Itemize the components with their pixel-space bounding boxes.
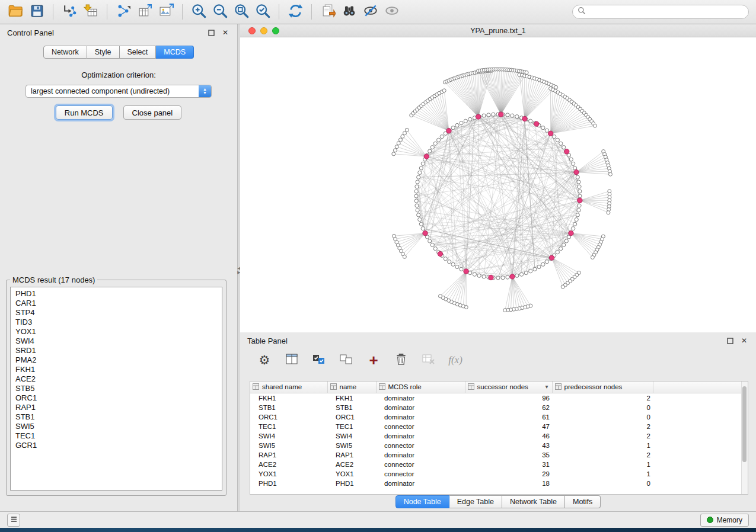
table-panel: Table Panel ✕ ⚙ + f(x [240, 332, 756, 511]
mcds-result-item[interactable]: RAP1 [11, 403, 222, 412]
mcds-result-item[interactable]: SWI5 [11, 422, 222, 431]
float-table-panel-icon[interactable] [725, 336, 735, 345]
mcds-result-item[interactable]: STP4 [11, 308, 222, 318]
mcds-result-item[interactable]: SRD1 [11, 346, 222, 355]
search-network-button[interactable] [339, 2, 360, 21]
export-image-button[interactable] [155, 2, 177, 21]
table-row[interactable]: FKH1FKH1dominator962 [250, 393, 744, 403]
tab-network[interactable]: Network [43, 46, 87, 59]
column-header-predecessor-nodes[interactable]: predecessor nodes [552, 382, 653, 393]
folder-icon [8, 3, 23, 21]
table-row[interactable]: PHD1PHD1dominator180 [250, 479, 744, 488]
float-panel-icon[interactable] [206, 28, 216, 37]
export-network-icon [116, 4, 131, 21]
mcds-result-item[interactable]: TEC1 [11, 431, 222, 441]
column-header-mcds-role[interactable]: MCDS role [376, 382, 465, 393]
toolbar-separator [279, 4, 279, 20]
column-header-name[interactable]: name [327, 382, 376, 393]
attribute-icon [379, 383, 385, 391]
table-panel-titlebar: Table Panel ✕ [240, 332, 756, 349]
mcds-result-item[interactable]: ORC1 [11, 393, 222, 403]
show-elements-button[interactable] [381, 2, 403, 21]
panel-menu-button[interactable] [7, 514, 20, 527]
apply-layout-button[interactable] [285, 2, 306, 21]
mcds-result-item[interactable]: STB1 [11, 412, 222, 422]
mcds-result-item[interactable]: TID3 [11, 318, 222, 327]
mcds-result-item[interactable]: PHD1 [11, 289, 222, 299]
table-row[interactable]: ORC1ORC1dominator610 [250, 412, 744, 422]
close-panel-icon[interactable]: ✕ [221, 28, 230, 37]
table-row[interactable]: SWI4SWI4dominator462 [250, 431, 744, 441]
mcds-result-item[interactable]: CAR1 [11, 299, 222, 308]
table-row[interactable]: YOX1YOX1connector291 [250, 469, 744, 479]
import-network-button[interactable] [59, 2, 80, 21]
export-network-button[interactable] [113, 2, 134, 21]
eye-icon [384, 3, 400, 21]
zoom-out-button[interactable] [209, 2, 231, 21]
deselect-all-button[interactable] [339, 352, 354, 368]
search-icon [578, 7, 586, 17]
search-field-container [572, 5, 749, 19]
network-graph[interactable] [240, 37, 756, 333]
table-row[interactable]: RAP1RAP1dominator352 [250, 450, 744, 460]
import-table-icon [84, 4, 98, 21]
save-session-button[interactable] [26, 2, 47, 21]
zoom-fit-button[interactable] [231, 2, 252, 21]
control-panel-title: Control Panel [7, 28, 54, 37]
tab-motifs[interactable]: Motifs [565, 495, 601, 508]
network-window-titlebar[interactable]: YPA_prune.txt_1 [240, 24, 756, 37]
copy-document-icon [321, 4, 336, 21]
sort-dropdown-icon[interactable]: ▾ [545, 383, 548, 390]
zoom-selected-button[interactable] [252, 2, 273, 21]
toolbar-separator [107, 4, 107, 20]
optimization-criterion-select[interactable]: largest connected component (undirected)… [25, 85, 212, 98]
mcds-result-item[interactable]: YOX1 [11, 327, 222, 336]
table-settings-button[interactable]: ⚙ [257, 352, 272, 368]
mcds-result-item[interactable]: SWI4 [11, 336, 222, 346]
toolbar-separator [182, 4, 183, 20]
run-mcds-button[interactable]: Run MCDS [56, 105, 113, 120]
mcds-result-item[interactable]: ACE2 [11, 374, 222, 384]
close-table-panel-icon[interactable]: ✕ [739, 336, 749, 345]
tab-node-table[interactable]: Node Table [395, 495, 449, 508]
delete-column-button[interactable] [393, 352, 409, 368]
control-panel-tabs: Network Style Select MCDS [0, 46, 237, 59]
copy-style-button[interactable] [317, 2, 339, 21]
tab-mcds[interactable]: MCDS [156, 46, 194, 59]
tab-network-table[interactable]: Network Table [502, 495, 565, 508]
import-table-button[interactable] [80, 2, 101, 21]
hide-elements-button[interactable] [360, 2, 381, 21]
tab-edge-table[interactable]: Edge Table [449, 495, 502, 508]
mcds-result-item[interactable]: FKH1 [11, 365, 222, 374]
memory-status-icon [707, 517, 713, 523]
select-all-button[interactable] [311, 352, 327, 368]
save-icon [30, 4, 44, 21]
scrollbar-thumb[interactable] [742, 386, 747, 462]
mcds-result-item[interactable]: STB5 [11, 384, 222, 393]
memory-label: Memory [717, 516, 742, 524]
open-file-button[interactable] [5, 2, 26, 21]
mcds-result-item[interactable]: GCR1 [11, 441, 222, 450]
attribute-icon [555, 383, 562, 391]
table-scrollbar[interactable] [741, 382, 748, 494]
table-row[interactable]: SWI5SWI5connector431 [250, 441, 744, 450]
table-row[interactable]: TEC1TEC1connector472 [250, 422, 744, 431]
tab-style[interactable]: Style [87, 46, 120, 59]
binoculars-icon [342, 3, 357, 21]
column-chooser-button[interactable] [284, 352, 299, 368]
create-column-button[interactable]: + [366, 352, 381, 368]
column-header-successor-nodes[interactable]: successor nodes▾ [465, 382, 552, 393]
search-input[interactable] [586, 6, 748, 18]
table-row[interactable]: STB1STB1dominator620 [250, 403, 744, 412]
close-panel-button[interactable]: Close panel [123, 105, 182, 120]
mcds-result-item[interactable]: PMA2 [11, 355, 222, 365]
tab-select[interactable]: Select [120, 46, 157, 59]
table-row[interactable]: ACE2ACE2connector311 [250, 460, 744, 469]
memory-button[interactable]: Memory [700, 514, 749, 527]
table-panel-tabs: Node Table Edge Table Network Table Moti… [240, 495, 756, 508]
zoom-in-button[interactable] [188, 2, 209, 21]
column-header-shared-name[interactable]: shared name [250, 382, 327, 393]
mcds-result-group: MCDS result (17 nodes) PHD1CAR1STP4TID3Y… [6, 275, 227, 496]
export-table-button[interactable] [134, 2, 155, 21]
column-header-filler [653, 382, 744, 393]
